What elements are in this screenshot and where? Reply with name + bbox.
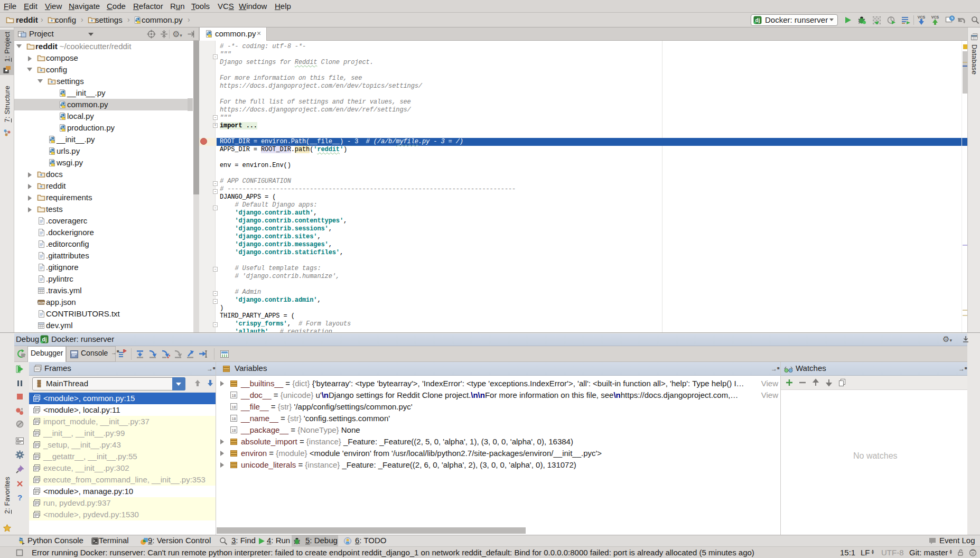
svg-text:18: 18 — [232, 417, 236, 421]
svg-text:JSON: JSON — [38, 301, 45, 304]
svg-text:dj: dj — [42, 337, 47, 342]
svg-text:dj: dj — [755, 17, 760, 23]
svg-text:VCS: VCS — [931, 15, 939, 19]
svg-text:18: 18 — [232, 405, 236, 409]
svg-text:?: ? — [17, 493, 22, 502]
svg-text:VCS: VCS — [918, 15, 926, 19]
svg-text:18: 18 — [232, 429, 236, 432]
svg-text:18: 18 — [232, 394, 236, 397]
